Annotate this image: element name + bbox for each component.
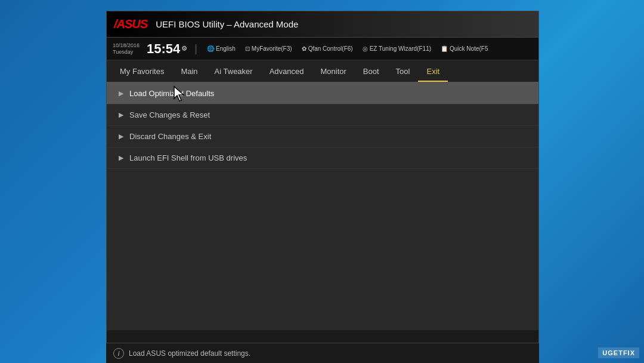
menu-arrow-icon: ▶: [119, 111, 123, 119]
datetime-display: 10/18/2016 Tuesday: [113, 42, 140, 56]
nav-item-boot[interactable]: Boot: [355, 62, 388, 81]
fan-icon: ✿: [302, 45, 306, 52]
menu-item[interactable]: ▶Discard Changes & Exit: [107, 126, 538, 147]
info-bar: 10/18/2016 Tuesday 15:54 ⚙ | 🌐 English ⊡…: [107, 38, 538, 60]
globe-icon: 🌐: [207, 45, 214, 52]
eztuning-label: EZ Tuning Wizard(F11): [370, 45, 431, 52]
menu-item[interactable]: ▶Launch EFI Shell from USB drives: [107, 147, 538, 169]
nav-item-ai-tweaker[interactable]: Ai Tweaker: [206, 62, 261, 81]
status-text: Load ASUS optimized default settings.: [129, 349, 250, 358]
watermark: UGETFIX: [598, 347, 639, 358]
menu-item[interactable]: ▶Load Optimized Defaults: [107, 83, 538, 104]
eztuning-button[interactable]: ◎ EZ Tuning Wizard(F11): [360, 44, 434, 53]
menu-item-label: Discard Changes & Exit: [129, 132, 211, 141]
date-text: 10/18/2016: [113, 42, 140, 49]
menu-arrow-icon: ▶: [119, 90, 123, 97]
bios-window: /ASUS UEFI BIOS Utility – Advanced Mode …: [106, 11, 539, 351]
content-area: ▶Load Optimized Defaults▶Save Changes & …: [107, 83, 538, 330]
menu-arrow-icon: ▶: [119, 133, 123, 140]
tuning-icon: ◎: [363, 45, 368, 52]
time-display: 15:54 ⚙: [147, 42, 187, 56]
nav-item-exit[interactable]: Exit: [418, 62, 448, 82]
header-bar: /ASUS UEFI BIOS Utility – Advanced Mode: [107, 11, 538, 38]
nav-item-main[interactable]: Main: [172, 62, 206, 81]
bios-title: UEFI BIOS Utility – Advanced Mode: [156, 19, 298, 29]
nav-item-my-favorites[interactable]: My Favorites: [112, 62, 172, 81]
asus-logo: /ASUS: [114, 17, 147, 31]
favorite-icon: ⊡: [245, 45, 250, 52]
separator-1: |: [194, 42, 197, 55]
settings-gear-icon[interactable]: ⚙: [181, 45, 187, 52]
myfavorite-label: MyFavorite(F3): [252, 45, 292, 52]
nav-item-advanced[interactable]: Advanced: [261, 62, 312, 81]
status-bar: i Load ASUS optimized default settings.: [106, 343, 539, 363]
quicknote-label: Quick Note(F5: [450, 45, 488, 52]
day-text: Tuesday: [113, 49, 140, 56]
quicknote-button[interactable]: 📋 Quick Note(F5: [438, 44, 490, 53]
menu-item-label: Load Optimized Defaults: [129, 89, 214, 98]
menu-item-label: Save Changes & Reset: [129, 110, 210, 119]
info-icon: i: [113, 348, 124, 359]
menu-arrow-icon: ▶: [119, 154, 123, 162]
note-icon: 📋: [441, 45, 448, 52]
time-value: 15:54: [147, 42, 180, 56]
qfan-label: Qfan Control(F6): [308, 45, 353, 52]
menu-item[interactable]: ▶Save Changes & Reset: [107, 104, 538, 126]
nav-item-monitor[interactable]: Monitor: [312, 62, 355, 81]
language-button[interactable]: 🌐 English: [205, 44, 238, 53]
language-label: English: [216, 45, 236, 52]
myfavorite-button[interactable]: ⊡ MyFavorite(F3): [243, 44, 295, 53]
nav-bar: My FavoritesMainAi TweakerAdvancedMonito…: [107, 60, 538, 83]
menu-item-label: Launch EFI Shell from USB drives: [129, 153, 247, 162]
qfan-button[interactable]: ✿ Qfan Control(F6): [299, 44, 355, 53]
nav-item-tool[interactable]: Tool: [388, 62, 419, 81]
